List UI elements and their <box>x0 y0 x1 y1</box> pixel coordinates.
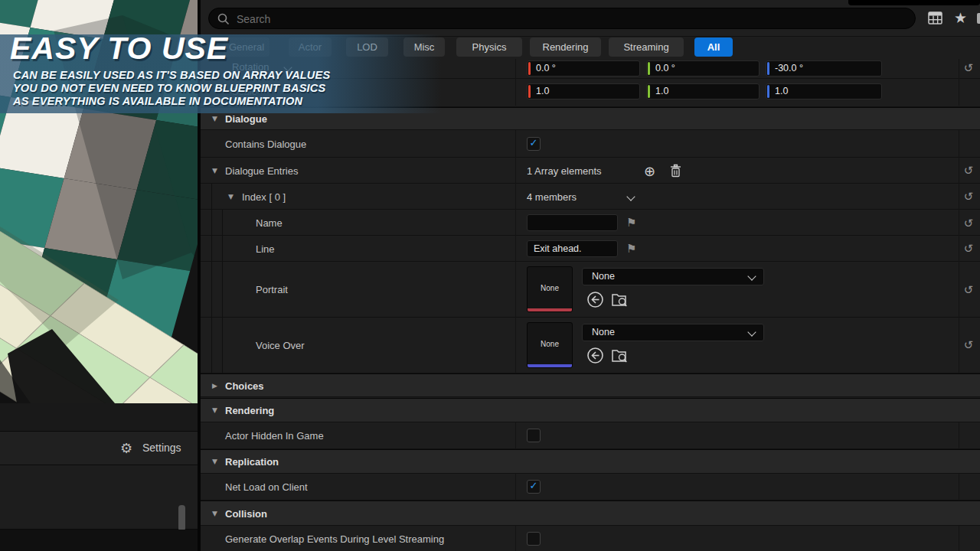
unreal-editor-window: ⚙ Settings ★ General Actor LOD Misc Phys… <box>0 0 980 551</box>
section-header-replication[interactable]: ▼ Replication <box>201 449 980 474</box>
line-input[interactable] <box>527 240 618 257</box>
reset-column-divider <box>959 130 959 373</box>
collapse-triangle-icon[interactable]: ▼ <box>212 510 217 517</box>
voice-over-row: Voice Over None None <box>201 318 980 373</box>
axis-z-bar <box>767 85 769 98</box>
section-header-rendering[interactable]: ▼ Rendering <box>201 398 980 422</box>
collapse-triangle-icon[interactable]: ▼ <box>212 458 217 465</box>
promo-banner: EASY TO USE CAN BE EASILY USED AS IT'S B… <box>0 34 441 113</box>
section-title: Collision <box>225 507 267 519</box>
flag-icon[interactable]: ⚑ <box>626 242 636 256</box>
check-mark-icon: ✓ <box>528 480 540 491</box>
search-icon <box>217 13 230 25</box>
reset-voice-button[interactable]: ↺ <box>961 338 976 352</box>
section-title: Replication <box>225 456 279 468</box>
flag-icon[interactable]: ⚑ <box>626 216 636 230</box>
favorites-star-icon[interactable]: ★ <box>954 9 967 26</box>
section-title: Rendering <box>225 405 274 416</box>
use-selected-asset-icon[interactable] <box>586 347 604 364</box>
scrollbar-thumb[interactable] <box>178 505 185 531</box>
reset-column-divider <box>959 526 959 551</box>
collapse-triangle-icon[interactable]: ▼ <box>228 193 234 201</box>
scale-y-input[interactable]: 1.0 <box>646 83 760 99</box>
voice-over-label: Voice Over <box>256 340 305 351</box>
name-row: Name ⚑ <box>201 210 980 236</box>
portrait-asset-thumbnail[interactable]: None <box>527 266 573 312</box>
reset-entries-button[interactable]: ↺ <box>961 164 976 178</box>
indent-guide <box>222 210 223 373</box>
settings-button[interactable]: ⚙ Settings <box>0 432 198 465</box>
rotation-y-input[interactable]: 0.0 ° <box>646 60 760 77</box>
generate-overlap-label: Generate Overlap Events During Level Str… <box>225 533 444 544</box>
contains-dialogue-row: Contains Dialogue ✓ <box>201 130 980 158</box>
settings-label: Settings <box>142 442 181 454</box>
expand-triangle-icon[interactable]: ▶ <box>212 382 217 390</box>
chevron-down-icon <box>747 272 756 280</box>
left-panel-lower <box>0 465 198 530</box>
index-0-row: ▼ Index [ 0 ] 4 members <box>201 184 980 210</box>
use-selected-asset-icon[interactable] <box>586 291 604 308</box>
tab-all[interactable]: All <box>694 37 733 57</box>
array-elements-count: 1 Array elements <box>527 165 602 176</box>
axis-y-bar <box>648 62 650 75</box>
thumbnail-none-label: None <box>528 284 572 292</box>
top-window-strip <box>848 0 980 5</box>
reset-column-divider <box>959 59 959 106</box>
name-input[interactable] <box>527 214 618 231</box>
banner-line-2: YOU DO NOT EVEN NEED TO KNOW BLUEPRINT B… <box>13 82 325 95</box>
display-mode-grid-icon[interactable] <box>928 11 943 25</box>
actor-hidden-row: Actor Hidden In Game <box>201 422 980 449</box>
line-row: Line ⚑ <box>201 236 980 262</box>
collapse-triangle-icon[interactable]: ▼ <box>212 115 217 122</box>
generate-overlap-checkbox[interactable] <box>527 532 541 546</box>
actor-hidden-checkbox[interactable] <box>527 429 541 442</box>
reset-column-divider <box>959 474 959 500</box>
axis-y-bar <box>648 85 650 98</box>
tab-streaming[interactable]: Streaming <box>609 37 684 57</box>
axis-x-bar <box>528 85 531 98</box>
rotation-x-input[interactable]: 0.0 ° <box>527 60 640 77</box>
section-header-choices[interactable]: ▶ Choices <box>201 373 980 397</box>
dialogue-entries-row: ▼ Dialogue Entries 1 Array elements ⊕ <box>201 158 980 184</box>
tab-rendering[interactable]: Rendering <box>530 37 601 57</box>
members-chevron-icon[interactable] <box>626 192 635 201</box>
voice-asset-dropdown[interactable]: None <box>582 324 764 341</box>
members-count: 4 members <box>527 191 577 202</box>
voice-asset-thumbnail[interactable]: None <box>527 322 573 368</box>
index-label: Index [ 0 ] <box>242 191 286 202</box>
net-load-checkbox[interactable]: ✓ <box>527 480 541 494</box>
actor-hidden-label: Actor Hidden In Game <box>225 430 324 442</box>
rotation-z-input[interactable]: -30.0 ° <box>766 60 882 77</box>
search-bar[interactable] <box>208 8 916 29</box>
collapse-triangle-icon[interactable]: ▼ <box>212 167 217 174</box>
tab-physics[interactable]: Physics <box>456 37 522 57</box>
check-mark-icon: ✓ <box>528 137 540 148</box>
reset-index-button[interactable]: ↺ <box>961 190 976 204</box>
portrait-row: Portrait None None <box>201 262 980 318</box>
reset-name-button[interactable]: ↺ <box>961 217 976 230</box>
section-header-collision[interactable]: ▼ Collision <box>201 500 980 526</box>
browse-to-asset-icon[interactable] <box>611 292 629 308</box>
contains-dialogue-checkbox[interactable]: ✓ <box>527 137 541 151</box>
add-element-button[interactable]: ⊕ <box>644 162 655 178</box>
generate-overlap-row: Generate Overlap Events During Level Str… <box>201 526 980 551</box>
partial-edge-icon[interactable] <box>977 13 980 24</box>
reset-portrait-button[interactable]: ↺ <box>961 283 976 297</box>
portrait-asset-dropdown[interactable]: None <box>582 268 764 285</box>
net-load-label: Net Load on Client <box>225 481 308 493</box>
left-panel-spacer <box>0 403 198 432</box>
scale-z-input[interactable]: 1.0 <box>766 83 882 99</box>
chevron-down-icon <box>747 328 756 336</box>
browse-to-asset-icon[interactable] <box>611 347 629 364</box>
column-divider <box>515 422 516 449</box>
scale-x-input[interactable]: 1.0 <box>527 83 640 99</box>
reset-line-button[interactable]: ↺ <box>961 242 976 256</box>
section-title: Choices <box>225 380 264 391</box>
delete-elements-button[interactable] <box>670 164 681 178</box>
collapse-triangle-icon[interactable]: ▼ <box>212 406 217 414</box>
reset-rotation-button[interactable]: ↺ <box>961 61 976 75</box>
asset-type-color-bar <box>528 308 572 311</box>
search-input[interactable] <box>235 10 897 28</box>
contains-dialogue-label: Contains Dialogue <box>225 138 306 149</box>
banner-line-1: CAN BE EASILY USED AS IT'S BASED ON ARRA… <box>13 69 330 82</box>
